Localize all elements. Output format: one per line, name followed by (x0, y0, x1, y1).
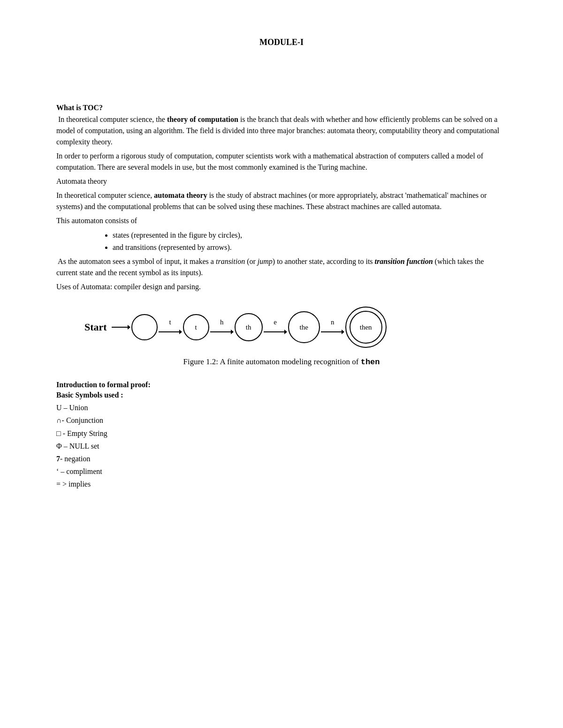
figure-caption: Figure 1.2: A finite automaton modeling … (56, 357, 507, 367)
label-n: n (328, 318, 337, 326)
arrow-e: e (264, 318, 287, 337)
arrow-t: t (159, 318, 182, 337)
state-th: th (235, 313, 263, 341)
symbol-union: U – Union (56, 401, 507, 414)
bullet-states: states (represented in the figure by cir… (113, 229, 507, 241)
symbols-list: U – Union ∩- Conjunction □ - Empty Strin… (56, 401, 507, 490)
svg-marker-7 (284, 330, 287, 334)
toc-paragraph-1: In theoretical computer science, the the… (56, 114, 507, 148)
automaton-diagram: Start t t h t (84, 307, 507, 348)
intro-section: Introduction to formal proof: Basic Symb… (56, 381, 507, 490)
svg-marker-3 (179, 330, 182, 334)
symbol-implies: = > implies (56, 478, 507, 490)
symbol-compliment: ‘ – compliment (56, 465, 507, 478)
svg-marker-9 (342, 330, 344, 334)
bold-theory: theory of computation (167, 115, 238, 123)
state-the: the (288, 311, 320, 343)
state-empty (131, 314, 158, 340)
label-e: e (271, 318, 280, 326)
intro-heading: Introduction to formal proof: (56, 381, 507, 389)
transition-paragraph: As the automaton sees a symbol of input,… (56, 256, 507, 278)
page: MODULE-I What is TOC? In theoretical com… (0, 0, 563, 728)
caption-mono: then (361, 358, 380, 367)
automaton-consists: This automaton consists of (56, 215, 507, 226)
svg-marker-1 (128, 325, 130, 330)
symbol-conjunction: ∩- Conjunction (56, 414, 507, 427)
toc-paragraph-2: In order to perform a rigorous study of … (56, 150, 507, 173)
automata-paragraph: In theoretical computer science, automat… (56, 190, 507, 212)
state-t: t (183, 314, 209, 340)
label-h: h (217, 318, 227, 326)
state-then: then (345, 307, 387, 348)
svg-marker-5 (231, 330, 234, 334)
basic-heading: Basic Symbols used : (56, 391, 507, 399)
arrow-n: n (321, 318, 344, 337)
arrow-h: h (210, 318, 234, 337)
symbol-negation: 7- negation (56, 452, 507, 465)
initial-arrow (112, 323, 130, 332)
label-t: t (166, 318, 175, 326)
start-label: Start (84, 321, 107, 333)
uses-automata: Uses of Automata: compiler design and pa… (56, 281, 507, 293)
bold-automata: automata theory (154, 191, 207, 199)
module-title: MODULE-I (56, 38, 507, 47)
bullet-transitions: and transitions (represented by arrows). (113, 241, 507, 254)
automata-subheading: Automata theory (56, 176, 507, 187)
symbol-empty-string: □ - Empty String (56, 427, 507, 440)
toc-heading: What is TOC? (56, 104, 507, 112)
automaton-bullets: states (represented in the figure by cir… (113, 229, 507, 253)
symbol-null-set: Φ – NULL set (56, 440, 507, 452)
